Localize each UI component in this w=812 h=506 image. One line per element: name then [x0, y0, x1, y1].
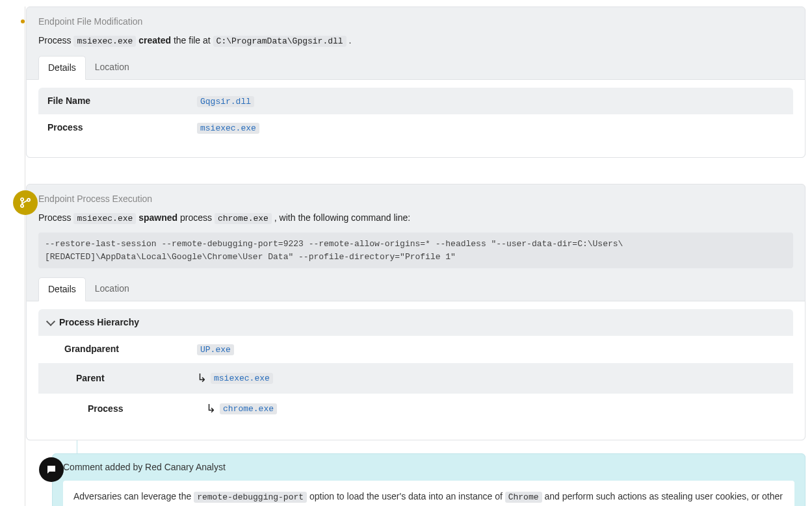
row-label: Process	[38, 114, 188, 142]
tab-location[interactable]: Location	[86, 56, 138, 79]
event-description: Process msiexec.exe created the file at …	[38, 34, 793, 48]
text: Process	[38, 212, 73, 223]
indent-arrow-icon: ↳	[197, 372, 207, 385]
command-line-block: --restore-last-session --remote-debuggin…	[38, 233, 793, 268]
indent-arrow-icon: ↳	[206, 402, 216, 415]
text: Process	[38, 35, 73, 45]
row-value: ↳msiexec.exe	[188, 363, 793, 394]
process-code: msiexec.exe	[73, 36, 136, 47]
text: process	[180, 212, 215, 223]
app-code: Chrome	[505, 492, 542, 503]
filename-link[interactable]: Gqgsir.dll	[197, 96, 254, 107]
row-value: ↳chrome.exe	[188, 394, 793, 424]
comment-header: Comment added by Red Canary Analyst	[53, 454, 805, 481]
section-title: Process Hierarchy	[59, 316, 139, 329]
event-description: Process msiexec.exe spawned process chro…	[38, 211, 793, 225]
event-title: Endpoint Process Execution	[38, 192, 793, 206]
row-label: Parent	[38, 363, 188, 394]
tabs: Details Location	[27, 56, 805, 80]
table-row: Parent ↳msiexec.exe	[38, 363, 793, 394]
process-branch-icon	[13, 190, 38, 215]
tab-details[interactable]: Details	[38, 277, 86, 301]
table-row: File Name Gqgsir.dll	[38, 88, 793, 115]
details-table: File Name Gqgsir.dll Process msiexec.exe	[38, 88, 793, 142]
tab-content-details: File Name Gqgsir.dll Process msiexec.exe	[27, 80, 805, 157]
row-value: msiexec.exe	[188, 114, 793, 142]
svg-point-1	[21, 204, 23, 207]
table-row: Process msiexec.exe	[38, 114, 793, 142]
row-label: Process	[38, 394, 188, 424]
parent-link[interactable]: msiexec.exe	[211, 373, 273, 384]
action-text: spawned	[138, 212, 177, 223]
event-file-modification: Endpoint File Modification Process msiex…	[26, 6, 805, 158]
tab-location[interactable]: Location	[86, 277, 138, 301]
event-process-execution: Endpoint Process Execution Process msiex…	[26, 184, 805, 440]
text: .	[349, 35, 352, 45]
option-code: remote-debugging-port	[194, 492, 307, 503]
svg-point-0	[21, 197, 23, 200]
analyst-comment: Comment added by Red Canary Analyst Adve…	[52, 453, 805, 507]
file-path-code: C:\ProgramData\Gpgsir.dll	[213, 36, 347, 47]
comment-body: Adversaries can leverage the remote-debu…	[63, 481, 794, 507]
target-process-code: chrome.exe	[215, 213, 272, 224]
text: option to load the user's data into an i…	[309, 491, 505, 501]
text: the file at	[174, 35, 213, 45]
svg-point-2	[27, 198, 30, 201]
process-code: msiexec.exe	[73, 213, 136, 224]
row-label: Grandparent	[38, 336, 188, 363]
table-row: Process ↳chrome.exe	[38, 394, 793, 424]
tab-content-details: Process Hierarchy Grandparent UP.exe Par…	[27, 301, 805, 440]
timeline-dot	[21, 19, 25, 23]
action-text: created	[138, 35, 171, 45]
process-link[interactable]: chrome.exe	[220, 403, 277, 414]
row-label: File Name	[38, 88, 188, 115]
chevron-down-icon	[46, 316, 55, 325]
row-value: UP.exe	[188, 336, 793, 363]
section-process-hierarchy[interactable]: Process Hierarchy	[38, 309, 793, 336]
tabs: Details Location	[27, 277, 805, 301]
text: Adversaries can leverage the	[73, 491, 194, 501]
grandparent-link[interactable]: UP.exe	[197, 344, 234, 355]
timeline-line	[25, 6, 25, 506]
tab-details[interactable]: Details	[38, 56, 86, 80]
process-link[interactable]: msiexec.exe	[197, 123, 259, 134]
text: , with the following command line:	[274, 212, 410, 223]
hierarchy-table: Grandparent UP.exe Parent ↳msiexec.exe P…	[38, 336, 793, 424]
table-row: Grandparent UP.exe	[38, 336, 793, 363]
comment-icon	[39, 457, 64, 482]
row-value: Gqgsir.dll	[188, 88, 793, 115]
event-title: Endpoint File Modification	[38, 15, 793, 29]
